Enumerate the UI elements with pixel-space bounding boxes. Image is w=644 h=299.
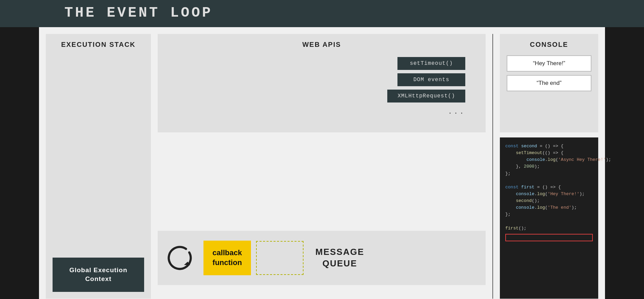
code-line-10: };	[505, 211, 593, 218]
code-line-1: const second = () => {	[505, 143, 593, 150]
xmlhttprequest-button: XMLHttpRequest()	[387, 90, 465, 102]
web-apis-box: WEB APIS setTimeout() DOM events XMLHttp…	[158, 34, 486, 132]
message-queue-wrapper: callbackfunction MESSAGEQUEUE EVENT LOOP	[158, 231, 486, 299]
next-queue-slot	[256, 241, 304, 275]
code-line-2: setTimeout(() => {	[505, 150, 593, 156]
code-input-line[interactable]	[505, 234, 593, 241]
message-queue-label: MESSAGEQUEUE	[315, 246, 364, 269]
code-line-blank1	[505, 177, 593, 184]
code-line-11: first();	[505, 225, 593, 232]
console-box: CONSOLE “Hey There!” “The end”	[500, 34, 598, 132]
execution-stack-box: EXECUTION STACK Global ExecutionContext	[46, 34, 151, 299]
code-line-6: const first = () => {	[505, 184, 593, 191]
console-output-2: “The end”	[507, 75, 591, 91]
set-timeout-button: setTimeout()	[397, 57, 465, 70]
console-output-1: “Hey There!”	[507, 55, 591, 72]
main-area: EXECUTION STACK Global ExecutionContext …	[39, 27, 605, 299]
execution-stack-title: EXECUTION STACK	[53, 41, 144, 49]
header: THE EVENT LOOP	[0, 0, 644, 27]
vertical-divider	[492, 34, 493, 299]
console-title: CONSOLE	[530, 41, 568, 49]
code-line-7: console.log('Hey There!');	[505, 191, 593, 198]
dom-events-button: DOM events	[397, 73, 465, 86]
right-column: CONSOLE “Hey There!” “The end” const sec…	[500, 34, 598, 299]
code-line-3: console.log('Async Hey There!');	[505, 156, 593, 163]
callback-function-box: callbackfunction	[203, 241, 251, 275]
code-line-4: }, 2000);	[505, 163, 593, 170]
code-line-9: console.log('The end');	[505, 204, 593, 211]
api-more-indicator: ...	[448, 108, 465, 116]
code-panel: const second = () => { setTimeout(() => …	[500, 137, 598, 299]
event-loop-icon	[164, 243, 195, 273]
svg-point-0	[165, 243, 195, 273]
code-line-5: };	[505, 170, 593, 177]
page-title: THE EVENT LOOP	[64, 5, 213, 21]
execution-stack-column: EXECUTION STACK Global ExecutionContext	[46, 34, 151, 299]
middle-column: WEB APIS setTimeout() DOM events XMLHttp…	[158, 34, 486, 299]
web-apis-title: WEB APIS	[302, 41, 341, 49]
message-queue-area: callbackfunction MESSAGEQUEUE	[158, 231, 486, 285]
code-line-8: second();	[505, 198, 593, 204]
global-execution-context: Global ExecutionContext	[53, 258, 144, 292]
code-line-blank2	[505, 218, 593, 225]
